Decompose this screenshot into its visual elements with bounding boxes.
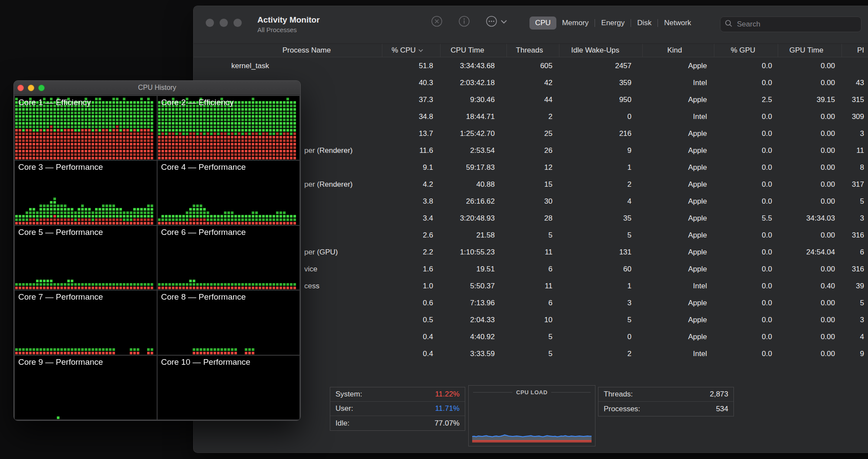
info-circle-icon[interactable]: [458, 16, 470, 29]
column-header-threads[interactable]: Threads: [507, 44, 559, 57]
process-row[interactable]: kernel_task51.83:34:43.686052457Apple0.0…: [194, 57, 868, 74]
cpu-time: 1:10:55.23: [441, 248, 507, 257]
cpu-time: 19.51: [441, 265, 507, 274]
gpu-time: 24:54.04: [778, 248, 842, 257]
desktop: Activity Monitor All Processes CPUMemory…: [0, 0, 868, 459]
core-panel: Core 1 — Efficiency: [15, 96, 157, 160]
cpu-load-box: CPU LOAD: [468, 385, 595, 446]
core-panel: Core 5 — Performance: [15, 226, 157, 290]
pid: 5: [842, 197, 864, 206]
idle-wakeups: 4: [559, 197, 643, 206]
stop-circle-icon[interactable]: [431, 16, 443, 29]
cpu-percent: 0.4: [382, 350, 441, 358]
threads-label: Threads:: [604, 390, 633, 399]
cpu-percent: 0.4: [382, 333, 441, 341]
column-header--cpu[interactable]: % CPU: [382, 44, 441, 57]
tab-disk[interactable]: Disk: [631, 17, 657, 30]
threads: 44: [507, 96, 559, 104]
kind: Apple: [643, 299, 714, 307]
gpu-percent: 0.0: [714, 112, 778, 121]
cpu-percent: 51.8: [382, 62, 441, 70]
search-field[interactable]: [720, 17, 861, 32]
gpu-percent: 0.0: [714, 62, 778, 70]
cpu-time: 9:30.46: [441, 96, 507, 104]
minimize-button[interactable]: [220, 19, 228, 27]
activity-monitor-toolbar: Activity Monitor All Processes CPUMemory…: [194, 6, 868, 44]
cpu-history-title: CPU History: [14, 81, 300, 95]
cpu-time: 2:53.54: [441, 146, 507, 155]
threads: 2: [507, 112, 559, 121]
window-subtitle: All Processes: [257, 26, 297, 33]
pid: 309: [842, 112, 864, 121]
column-header-pi[interactable]: PI: [842, 44, 864, 57]
core-panel: Core 10 — Performance: [158, 356, 299, 419]
kind: Apple: [643, 146, 714, 155]
threads: 25: [507, 129, 559, 138]
window-title: Activity Monitor: [257, 15, 320, 25]
search-input[interactable]: [736, 20, 857, 29]
column-header-kind[interactable]: Kind: [643, 44, 714, 57]
user-value: 11.71%: [435, 404, 460, 413]
cpu-percent: 4.2: [382, 180, 441, 189]
core-panel: Core 6 — Performance: [158, 226, 299, 290]
cpu-history-titlebar[interactable]: CPU History: [14, 81, 300, 95]
cpu-percent: 9.1: [382, 163, 441, 172]
zoom-button[interactable]: [233, 19, 242, 27]
pid: 316: [842, 265, 864, 274]
idle-wakeups: 0: [559, 333, 643, 341]
kind: Intel: [643, 112, 714, 121]
idle-wakeups: 359: [559, 79, 643, 87]
tab-separator: [595, 19, 595, 27]
core-panel: Core 3 — Performance: [15, 161, 157, 225]
cpu-percent: 37.3: [382, 96, 441, 104]
kind: Intel: [643, 350, 714, 358]
core-label: Core 9 — Performance: [18, 357, 103, 367]
kind: Intel: [643, 79, 714, 87]
cpu-percent: 34.8: [382, 112, 441, 121]
gpu-time: 0.00: [778, 146, 842, 155]
pid: 315: [842, 96, 864, 104]
close-button[interactable]: [206, 19, 214, 27]
idle-wakeups: 950: [559, 96, 643, 104]
column-header-idle-wake-ups[interactable]: Idle Wake-Ups: [559, 44, 643, 57]
cpu-time: 26:16.62: [441, 197, 507, 206]
pid: 8: [842, 163, 864, 172]
idle-wakeups: 60: [559, 265, 643, 274]
threads: 28: [507, 214, 559, 223]
gpu-time: 0.00: [778, 197, 842, 206]
column-header-cpu-time[interactable]: CPU Time: [441, 44, 507, 57]
gpu-percent: 0.0: [714, 197, 778, 206]
cpu-percent: 3.8: [382, 197, 441, 206]
gpu-percent: 0.0: [714, 146, 778, 155]
gpu-time: 0.00: [778, 350, 842, 358]
core-label: Core 2 — Efficiency: [161, 98, 234, 107]
kind: Apple: [643, 62, 714, 70]
idle-wakeups: 2: [559, 350, 643, 358]
ellipsis-circle-icon[interactable]: [486, 16, 497, 29]
threads: 11: [507, 248, 559, 257]
user-label: User:: [335, 404, 353, 413]
tab-memory[interactable]: Memory: [556, 17, 594, 30]
system-label: System:: [335, 390, 362, 399]
cpu-percent: 3.4: [382, 214, 441, 223]
threads: 6: [507, 265, 559, 274]
tab-cpu[interactable]: CPU: [529, 17, 556, 30]
kind: Apple: [643, 248, 714, 257]
pid: 9: [842, 350, 864, 358]
threads: 26: [507, 146, 559, 155]
chevron-down-icon[interactable]: [500, 18, 508, 26]
gpu-percent: 0.0: [714, 333, 778, 341]
core-label: Core 6 — Performance: [161, 228, 246, 237]
system-value: 11.22%: [435, 390, 460, 399]
cpu-time: 21.58: [441, 231, 507, 240]
gpu-percent: 0.0: [714, 282, 778, 291]
cpu-time: 3:34:43.68: [441, 62, 507, 70]
column-header-process-name[interactable]: Process Name: [194, 44, 382, 57]
cpu-percent: 2.6: [382, 231, 441, 240]
pid: 43: [842, 79, 864, 87]
tab-energy[interactable]: Energy: [595, 17, 630, 30]
column-header-gpu-time[interactable]: GPU Time: [778, 44, 842, 57]
tab-network[interactable]: Network: [658, 17, 697, 30]
gpu-percent: 0.0: [714, 265, 778, 274]
column-header--gpu[interactable]: % GPU: [714, 44, 778, 57]
